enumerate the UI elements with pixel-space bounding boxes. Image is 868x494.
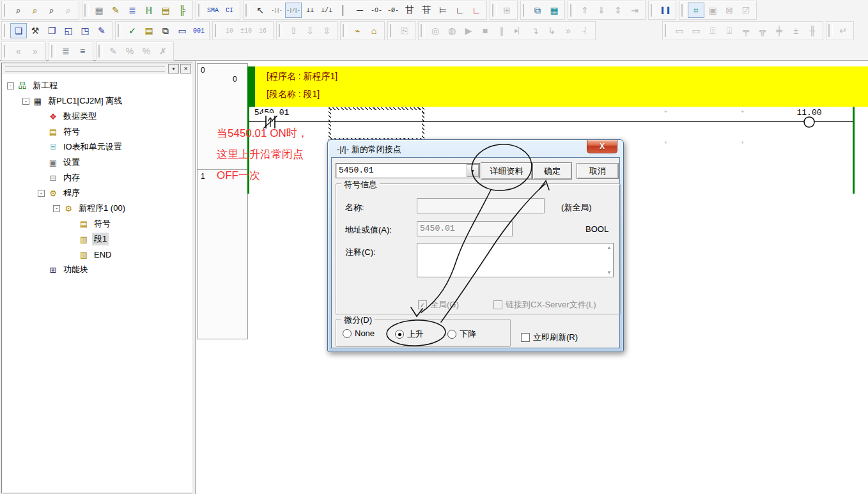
scroll-down-icon[interactable]: ▼ <box>607 270 612 275</box>
detail-button[interactable]: 详细资料 <box>481 162 532 180</box>
new-function-icon[interactable]: ⊨ <box>435 3 451 18</box>
zoom-out-icon[interactable]: ⌕ <box>43 3 60 18</box>
delete-connect-line-icon[interactable]: ∟ <box>468 3 484 18</box>
toolbar-grip[interactable] <box>245 4 250 17</box>
dialog-close-button[interactable]: X <box>587 140 617 153</box>
toolbar-grip[interactable] <box>343 24 347 37</box>
rung-comment-icon[interactable]: ✎ <box>107 3 124 18</box>
tree-item-symbols[interactable]: ▤符号 <box>2 124 192 139</box>
immediate-refresh-checkbox[interactable]: 立即刷新(R) <box>521 332 578 343</box>
new-plc-instruction-icon[interactable]: 甘 <box>401 3 418 18</box>
tree-item-io-table[interactable]: ⌸IO表和单元设置 <box>2 139 192 155</box>
monitor-in-rung-icon[interactable]: ╟╢ <box>141 3 157 18</box>
toolbar-grip[interactable] <box>4 45 8 58</box>
expand-collapse-icon[interactable]: - <box>38 190 45 197</box>
grid-toggle-icon[interactable]: ▦ <box>91 3 107 18</box>
toolbar-grip[interactable] <box>4 24 8 37</box>
new-coil-icon[interactable]: -O- <box>368 3 385 18</box>
list-view-icon[interactable]: ▭ <box>174 23 190 38</box>
toolbar-grip[interactable] <box>651 4 655 17</box>
expand-collapse-icon[interactable]: - <box>53 205 60 212</box>
scroll-up-icon[interactable]: ▲ <box>607 245 612 251</box>
mnemonics-view-icon[interactable]: SMA <box>205 3 221 18</box>
new-closed-contact-icon[interactable]: -|/|- <box>285 3 302 18</box>
annotation-list-icon[interactable]: ≣ <box>124 3 141 18</box>
toolbar-grip[interactable] <box>4 4 8 17</box>
tree-item-function-blocks[interactable]: ⊞功能块 <box>2 262 192 277</box>
toolbar-grip[interactable] <box>523 4 527 17</box>
toolbar-grip[interactable] <box>665 24 669 37</box>
toolbar-grip[interactable] <box>198 4 203 17</box>
toolbar-grip[interactable] <box>118 24 122 37</box>
binary-display-icon[interactable]: 001 <box>190 23 207 38</box>
link-cx-server-checkbox[interactable]: 链接到CX-Server文件(L) <box>493 299 596 311</box>
tree-item-new-plc1[interactable]: -▦新PLC1[CJ2M] 离线 <box>2 93 192 109</box>
toolbar-grip[interactable] <box>98 45 103 58</box>
new-connect-line-icon[interactable]: ∟ <box>451 3 468 18</box>
toolbar-grip[interactable] <box>84 4 89 17</box>
new-vertical-icon[interactable]: │ <box>335 3 352 18</box>
tree-item-programs[interactable]: -⚙程序 <box>2 185 192 201</box>
work-online-icon[interactable]: ⌁ <box>349 23 366 38</box>
diff-up-radio[interactable]: 上升 <box>395 328 424 340</box>
global-checkbox[interactable]: ✓ 全局(G) <box>418 299 459 311</box>
selected-cell[interactable] <box>329 107 424 141</box>
new-closed-coil-icon[interactable]: -Ø- <box>385 3 401 18</box>
diff-none-radio[interactable]: None <box>343 328 375 338</box>
compile-all-icon[interactable]: ▦ <box>546 3 562 18</box>
toolbar-grip[interactable] <box>828 24 833 37</box>
st-window-icon[interactable]: ◳ <box>77 23 93 38</box>
toolbar-grip[interactable] <box>492 4 497 17</box>
expand-collapse-icon[interactable]: - <box>22 98 29 105</box>
toolbar-grip[interactable] <box>51 45 56 58</box>
workspace-close-button[interactable]: ✕ <box>180 64 191 73</box>
ci-view-icon[interactable]: CI <box>221 3 238 18</box>
ladder-window-icon[interactable]: ❏ <box>10 23 27 38</box>
diff-down-radio[interactable]: 下降 <box>447 328 476 340</box>
select-mode-icon[interactable]: ↖ <box>252 3 268 18</box>
toolbar-grip[interactable] <box>279 24 283 37</box>
build-icon[interactable]: ⚒ <box>27 23 43 38</box>
rung1-margin[interactable]: 1 <box>197 169 248 339</box>
new-instruction-icon[interactable]: 苷 <box>418 3 435 18</box>
section-list-icon[interactable]: ≡ <box>74 43 91 59</box>
tree-item-new-project[interactable]: -品新工程 <box>2 78 192 93</box>
tree-item-program-symbols[interactable]: ▤符号 <box>2 216 192 231</box>
toolbar-grip[interactable] <box>215 24 219 37</box>
comment-list-icon[interactable]: ≣ <box>58 43 74 59</box>
local-symbols-icon[interactable]: ▤ <box>157 3 174 18</box>
rung-comment-header[interactable]: [程序名 : 新程序1] [段名称 : 段1] <box>247 66 868 107</box>
watch-window-icon[interactable]: ⌗ <box>688 3 704 18</box>
toolbar-grip[interactable] <box>390 24 394 37</box>
tree-item-settings[interactable]: ▣设置 <box>2 155 192 170</box>
properties-icon[interactable]: ✎ <box>93 23 110 38</box>
name-field[interactable] <box>417 198 545 213</box>
toolbar-grip[interactable] <box>681 4 686 17</box>
toolbar-grip[interactable] <box>570 4 575 17</box>
transfer-layers-icon[interactable]: ⧉ <box>529 3 546 18</box>
workspace-gripper[interactable] <box>5 66 165 72</box>
program-check-icon[interactable]: ✓ <box>124 23 141 38</box>
combobox-dropdown-button[interactable]: ▼ <box>467 164 479 177</box>
tree-item-memory[interactable]: ⊟内存 <box>2 170 192 185</box>
program-structure-icon[interactable]: ╠ <box>174 3 190 18</box>
workspace-menu-button[interactable]: ▾ <box>168 64 179 73</box>
address-field[interactable]: 5450.01 <box>417 221 513 236</box>
tree-item-data-types[interactable]: ❖数据类型 <box>2 109 192 124</box>
address-combobox[interactable]: 5450.01 ▼ <box>336 163 480 178</box>
simulator-online-icon[interactable]: ⌂ <box>366 23 382 38</box>
toolbar-grip[interactable] <box>421 24 425 37</box>
new-contact-or-icon[interactable]: ⊥⊥ <box>302 3 318 18</box>
sfc-window-icon[interactable]: ◱ <box>60 23 77 38</box>
output-coil-symbol[interactable] <box>802 115 816 129</box>
io-comment-window-icon[interactable]: ⧉ <box>157 23 174 38</box>
new-contact-icon[interactable]: -||- <box>268 3 285 18</box>
mnemonic-window-icon[interactable]: ❒ <box>43 23 60 38</box>
tree-item-section1[interactable]: ▥段1 <box>2 231 192 247</box>
zoom-custom-icon[interactable]: ⌕ <box>27 3 43 18</box>
comment-textarea[interactable]: ▲ ▼ <box>417 243 614 277</box>
zoom-in-icon[interactable]: ⌕ <box>10 3 27 18</box>
symbol-table-window-icon[interactable]: ▤ <box>141 23 157 38</box>
new-horizontal-icon[interactable]: ─ <box>352 3 368 18</box>
new-closed-contact-or-icon[interactable]: ⊥/⊥ <box>318 3 335 18</box>
